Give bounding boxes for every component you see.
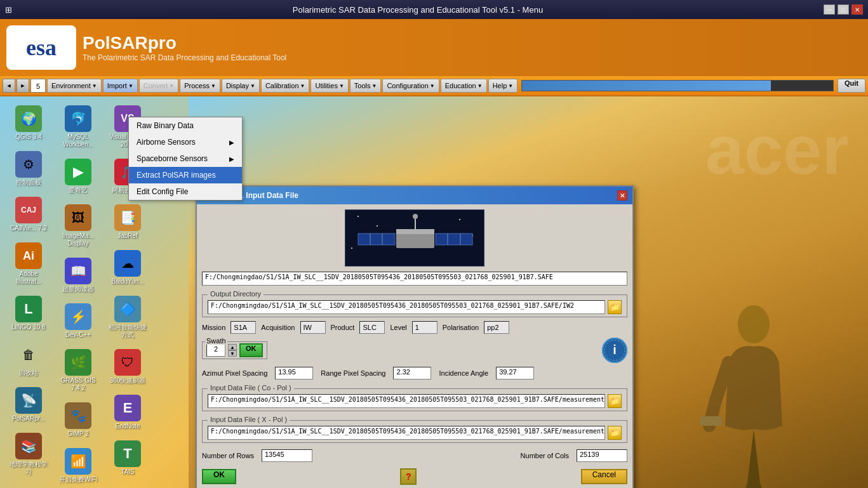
- svg-rect-13: [436, 234, 472, 245]
- desktop-icon-qgis[interactable]: 🌍 QGIS 3.4: [6, 103, 51, 143]
- swath-down-button[interactable]: ▼: [228, 350, 237, 357]
- desktop-icon-jabref[interactable]: 📑 JabRef: [105, 202, 150, 242]
- x-pol-browse-button[interactable]: 📁: [608, 426, 622, 440]
- nav-fwd-button[interactable]: ►: [17, 79, 29, 93]
- desktop-icon-superstar[interactable]: 📖 超星阅读器: [56, 255, 100, 296]
- desktop-icon-imagemag[interactable]: 🖼 ImageMa... Display: [56, 202, 100, 250]
- range-value[interactable]: 2.32: [393, 367, 431, 379]
- desktop-icon-lingo[interactable]: L LINGO 10.8: [6, 293, 51, 334]
- title-bar: ⊞ Polarimetric SAR Data Processing and E…: [0, 0, 868, 19]
- menu-environment[interactable]: Environment ▼: [47, 79, 102, 93]
- minimize-button[interactable]: ─: [824, 4, 835, 15]
- info-icon: i: [602, 338, 627, 363]
- dialog-close-button[interactable]: ✕: [617, 190, 627, 201]
- desktop-icon-gimp[interactable]: 🐾 GIMP 2: [56, 400, 100, 440]
- desktop-icon-360[interactable]: 🛡 360快速刷器: [105, 346, 150, 387]
- menu-convert-label: Convert: [144, 82, 168, 89]
- dropdown-item-rawbinary-label: Raw Binary Data: [137, 121, 194, 130]
- svg-point-4: [377, 225, 378, 227]
- desktop-icon-endnote-label: EndNote: [116, 423, 140, 430]
- desktop-icon-mysql[interactable]: 🐬 MySQL Workben...: [56, 103, 100, 151]
- menu-environment-arrow: ▼: [92, 83, 97, 89]
- x-pol-section: Input Data File ( X - Pol ) F:/Chongming…: [202, 420, 627, 443]
- level-label: Level: [390, 324, 406, 331]
- menu-help[interactable]: Help ▼: [488, 79, 518, 93]
- desktop-icon-endnote[interactable]: E EndNote: [105, 392, 150, 433]
- output-browse-button[interactable]: 📁: [608, 300, 622, 314]
- desktop-icon-iqiyi[interactable]: ▶ 爱奇艺: [56, 156, 100, 197]
- dropdown-item-extract[interactable]: Extract PolSAR images: [129, 167, 242, 183]
- menu-education[interactable]: Education ▼: [441, 79, 487, 93]
- desktop-icon-grass[interactable]: 🌿 GRASS GIS 7.4.2: [56, 346, 100, 395]
- input-path-field[interactable]: F:/Chongmingdao/S1/S1A_IW_SLC__1SDV_2018…: [202, 272, 627, 286]
- menu-tools-label: Tools: [354, 82, 371, 89]
- rows-value[interactable]: 13545: [262, 449, 312, 462]
- menu-tools[interactable]: Tools ▼: [350, 79, 382, 93]
- acquisition-label: Acquisition: [261, 324, 295, 331]
- window-controls: ─ □ ✕: [824, 4, 863, 15]
- spacing-row: Azimut Pixel Spacing 13.95 Range Pixel S…: [202, 367, 627, 379]
- close-button[interactable]: ✕: [851, 4, 863, 15]
- co-pol-browse-button[interactable]: 📁: [608, 394, 622, 408]
- menu-configuration[interactable]: Configuration ▼: [382, 79, 439, 93]
- incidence-value[interactable]: 39.27: [496, 367, 534, 379]
- azimut-value[interactable]: 13.95: [275, 367, 313, 379]
- menu-tools-arrow: ▼: [372, 83, 377, 89]
- svg-point-7: [351, 247, 352, 249]
- dialog-help-button[interactable]: ?: [400, 468, 417, 485]
- output-path-field[interactable]: F:/Chongmingdao/S1/S1A_IW_SLC__1SDV_2018…: [208, 300, 605, 314]
- menu-display-arrow: ▼: [250, 83, 255, 89]
- desktop-icon-caj[interactable]: CAJ CAJVie... 7.2: [6, 194, 51, 235]
- swath-row: Swath 2 ▲ ▼ OK i: [202, 338, 627, 363]
- quit-button[interactable]: Quit: [838, 79, 865, 93]
- x-pol-path-field[interactable]: F:/Chongmingdao/S1/S1A_IW_SLC__1SDV_2018…: [208, 426, 605, 440]
- menu-import-label: Import: [107, 82, 127, 89]
- desktop-icon-iqiyi-label: 爱奇艺: [69, 187, 88, 194]
- desktop-icon-daoheyun[interactable]: 🔷 稻河智能快捷方式: [105, 293, 150, 341]
- menu-convert[interactable]: Convert ▼: [139, 79, 178, 93]
- co-pol-path-field[interactable]: F:/Chongmingdao/S1/S1A_IW_SLC__1SDV_2018…: [208, 394, 605, 408]
- x-pol-label: Input Data File ( X - Pol ): [208, 416, 290, 423]
- desktop-icon-wifi[interactable]: 📶 开启免费WiFi: [56, 445, 100, 486]
- cols-label: Number of Cols: [521, 452, 569, 459]
- app-name: PolSARpro: [83, 33, 286, 53]
- mission-row: Mission S1A Acquisition IW Product SLC L…: [202, 321, 627, 334]
- desktop-icon-controlpanel-label: 控制面板: [16, 179, 41, 187]
- desktop-icon-tais-label: TAIS: [121, 468, 134, 476]
- desktop-icon-devcpp[interactable]: ⚡ Dev-C++: [56, 301, 100, 341]
- nav-back-button[interactable]: ◄: [3, 79, 15, 93]
- dropdown-item-extract-label: Extract PolSAR images: [137, 171, 216, 180]
- menu-utilities[interactable]: Utilities ▼: [310, 79, 348, 93]
- swath-input[interactable]: 2: [206, 344, 225, 357]
- desktop-icon-adobe[interactable]: Ai Adobe Illustrat...: [6, 240, 51, 288]
- desktop-icon-polsar[interactable]: 📡 PolSARpr...: [6, 385, 51, 425]
- desktop-icon-tais[interactable]: T TAIS: [105, 438, 150, 478]
- maximize-button[interactable]: □: [838, 4, 849, 15]
- menu-process-arrow: ▼: [211, 83, 216, 89]
- svg-point-17: [413, 214, 418, 219]
- swath-up-button[interactable]: ▲: [228, 344, 237, 350]
- menu-calibration[interactable]: Calibration ▼: [261, 79, 310, 93]
- menu-help-label: Help: [493, 82, 507, 89]
- svg-point-3: [357, 216, 359, 217]
- menu-calibration-arrow: ▼: [300, 83, 305, 89]
- dimensions-row: Number of Rows 13545 Number of Cols 2513…: [202, 449, 627, 462]
- dialog-ok-button[interactable]: OK: [202, 469, 236, 484]
- desktop-icon-geo[interactable]: 📚 地理学教程学习: [6, 430, 51, 478]
- import-dropdown: Raw Binary Data Airborne Sensors ▶ Space…: [128, 117, 243, 201]
- cols-value[interactable]: 25139: [577, 449, 627, 462]
- swath-ok-button[interactable]: OK: [239, 343, 263, 357]
- dropdown-item-airborne[interactable]: Airborne Sensors ▶: [129, 134, 242, 150]
- menu-display[interactable]: Display ▼: [222, 79, 260, 93]
- dialog-cancel-button[interactable]: Cancel: [581, 469, 627, 484]
- menu-education-label: Education: [445, 82, 476, 89]
- desktop-icon-controlpanel[interactable]: ⚙ 控制面板: [6, 148, 51, 189]
- dropdown-item-rawbinary[interactable]: Raw Binary Data: [129, 117, 242, 134]
- dropdown-item-editconfig[interactable]: Edit Config File: [129, 183, 242, 200]
- menu-process[interactable]: Process ▼: [180, 79, 220, 93]
- menu-import[interactable]: Import ▼: [103, 79, 138, 93]
- desktop-icon-trash[interactable]: 🗑 回收站: [6, 339, 51, 379]
- desktop-icon-baidu[interactable]: ☁ BaiduYun...: [105, 247, 150, 288]
- dropdown-item-spaceborne[interactable]: Spaceborne Sensors ▶: [129, 150, 242, 167]
- desktop-icon-mysql-label: MySQL Workben...: [58, 133, 98, 148]
